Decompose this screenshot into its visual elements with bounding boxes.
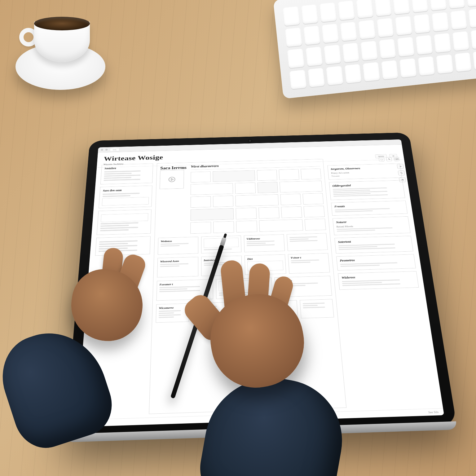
- wireframe-card[interactable]: [228, 301, 262, 320]
- wireframe-card[interactable]: Wissrerd Aons: [157, 257, 198, 278]
- canvas-section-title: Saca Ierrms: [160, 165, 187, 170]
- note-block[interactable]: Netorrr Beionl Pihoele: [333, 216, 411, 235]
- card-title: Imtrercyrre: [204, 258, 239, 262]
- wireframe-card[interactable]: Wicomerre: [156, 303, 189, 323]
- front-camera: [249, 140, 251, 142]
- card-row: Wissrerd Aons Imtrercyrre Diet Vviner t: [157, 253, 330, 278]
- note-block[interactable]: Sotertont: [334, 236, 413, 253]
- wireframe-app: wss Wirtease Wosige Wscons Sschinre seee…: [77, 139, 444, 427]
- sidebar-block[interactable]: Sere den onm: [99, 186, 152, 208]
- wireframe-card[interactable]: Vddinrene: [244, 234, 285, 252]
- window-dot: [101, 149, 103, 151]
- note-title: Sotertont: [338, 238, 409, 244]
- tablet-screen[interactable]: wss Wirtease Wosige Wscons Sschinre seee…: [77, 139, 444, 427]
- sidebar-block[interactable]: [95, 236, 151, 256]
- tool-icon[interactable]: □: [379, 157, 385, 162]
- wireframe-card[interactable]: Vviner t: [288, 253, 330, 274]
- card-row: Feromer t Strrcmorre: [156, 276, 332, 301]
- wireframe-card[interactable]: [216, 278, 272, 299]
- note-block[interactable]: Freeats: [331, 201, 408, 216]
- canvas-banner-title: Wiret dharmrrern: [191, 162, 320, 169]
- window-dot: [105, 149, 108, 151]
- wireframe-card[interactable]: Diet: [245, 254, 286, 275]
- note-subtitle: Beionl Pihoele: [336, 223, 406, 228]
- sidebar-mini-box: [102, 197, 149, 206]
- wireframe-card[interactable]: Oesiond loend: [264, 300, 298, 319]
- note-subtitle: Prtrey Ad corren: [331, 171, 368, 174]
- sidebar-mini-box: [101, 213, 148, 222]
- note-block[interactable]: Olidrrgerstiol: [329, 180, 405, 200]
- media-placeholder[interactable]: [160, 170, 184, 189]
- card-title: Vviner t: [290, 255, 326, 259]
- play-icon: [168, 176, 176, 183]
- card-title: Vddinrene: [246, 236, 281, 240]
- wireframe-card[interactable]: Imtrercyrre: [201, 256, 242, 276]
- note-title: Freeats: [334, 203, 403, 208]
- note-block[interactable]: Peometros: [336, 254, 416, 271]
- sidebar-block[interactable]: Sastshra: [100, 163, 153, 184]
- wireframe-card[interactable]: Strrcmorre: [275, 276, 332, 297]
- card-row: Wedonss Vddinrene: [158, 233, 328, 255]
- tablet-device: wss Wirtease Wosige Wscons Sschinre seee…: [65, 132, 456, 437]
- sidebar-block-title: Sastshra: [104, 166, 150, 170]
- sidebar-block-title: Sere den onm: [103, 188, 149, 192]
- wireframe-card[interactable]: [287, 233, 328, 251]
- footer-text: See Sils: [428, 410, 439, 414]
- note-title: Wisleross: [342, 274, 414, 280]
- note-title: Iergnrsns, Olooevoers: [331, 166, 398, 171]
- coffee-cup: [6, 6, 99, 99]
- note-block[interactable]: Iergnrsns, Olooevoers Prtrey Ad corren T…: [327, 163, 402, 179]
- note-title: Olidrrgerstiol: [332, 183, 400, 187]
- card-title: Wissrerd Aons: [160, 259, 196, 263]
- card-title: Feromer t: [160, 281, 210, 286]
- card-title: Wedonss: [161, 239, 196, 243]
- card-title: Oesiond loend: [267, 302, 294, 306]
- card-title: Strrcmorre: [277, 278, 328, 282]
- tool-icon[interactable]: ⌫: [394, 157, 399, 161]
- wireframe-card[interactable]: [300, 299, 334, 318]
- address-bar[interactable]: wss: [110, 148, 119, 151]
- sidebar: Sastshra Sere den onm: [83, 163, 153, 416]
- layout-grid[interactable]: [190, 169, 326, 234]
- sidebar-block[interactable]: [97, 209, 152, 235]
- note-title: Netorrr: [336, 219, 406, 224]
- note-title: Peometros: [340, 257, 412, 262]
- card-row: Wicomerre Oesiond loend: [156, 299, 334, 323]
- wireframe-card[interactable]: Wedonss: [158, 237, 198, 255]
- svg-point-0: [169, 177, 175, 182]
- tool-icon[interactable]: ✎: [386, 157, 392, 161]
- card-title: Diet: [247, 257, 282, 260]
- card-title: Wicomerre: [159, 306, 186, 309]
- note-block[interactable]: Wisleross: [338, 271, 419, 290]
